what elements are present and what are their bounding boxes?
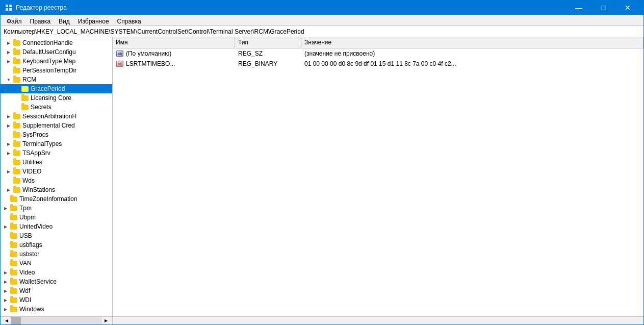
- expand-icon[interactable]: [2, 204, 10, 212]
- tree-item-tpm[interactable]: Tpm: [1, 204, 112, 213]
- folder-icon: [13, 168, 21, 175]
- table-row[interactable]: ab (По умолчанию) REG_SZ (значение не пр…: [113, 48, 643, 59]
- tree-item-keyboardtypemap[interactable]: KeyboardType Map: [1, 57, 112, 66]
- folder-icon: [10, 251, 18, 258]
- menu-favorites[interactable]: Избранное: [74, 16, 113, 24]
- expand-icon[interactable]: [2, 268, 10, 277]
- tree-label: PerSessionTempDir: [22, 67, 76, 74]
- tree-hscroll[interactable]: ◀ ▶: [1, 317, 113, 324]
- tree-label: usbstor: [19, 251, 39, 258]
- folder-icon: [21, 104, 29, 111]
- tree-label: WalletService: [19, 278, 57, 285]
- col-header-name[interactable]: Имя: [113, 37, 235, 48]
- tree-label: Video: [19, 269, 35, 276]
- folder-icon: [13, 122, 21, 129]
- tree-item-secrets[interactable]: Secrets: [1, 103, 112, 112]
- tree-item-persessiontempdir[interactable]: PerSessionTempDir: [1, 66, 112, 75]
- tree-label: TSAppSrv: [22, 149, 50, 157]
- expand-icon[interactable]: [2, 278, 10, 286]
- cell-value: 01 00 00 00 d0 8c 9d df 01 15 d1 11 8c 7…: [301, 59, 643, 68]
- tree-item-wdf[interactable]: Wdf: [1, 286, 112, 295]
- tree-label: Wds: [22, 177, 35, 184]
- scroll-right-btn[interactable]: ▶: [102, 317, 110, 325]
- col-header-type[interactable]: Тип: [235, 37, 301, 48]
- tree-item-walletservice[interactable]: WalletService: [1, 277, 112, 286]
- reg-binary-icon: 01: [116, 60, 124, 67]
- tree-panel[interactable]: ConnectionHandle DefaultUserConfigu Keyb…: [1, 37, 113, 316]
- expand-icon[interactable]: [5, 140, 13, 148]
- expand-icon[interactable]: [5, 167, 13, 176]
- maximize-button[interactable]: □: [591, 3, 615, 13]
- svg-rect-0: [6, 5, 8, 7]
- expand-icon[interactable]: [5, 121, 13, 130]
- tree-item-ubpm[interactable]: Ubpm: [1, 213, 112, 222]
- minimize-button[interactable]: —: [567, 3, 590, 13]
- folder-icon: [21, 94, 29, 102]
- scroll-thumb[interactable]: [11, 317, 21, 325]
- expand-icon[interactable]: [5, 149, 13, 157]
- tree-label: Licensing Core: [31, 94, 71, 102]
- folder-icon: [10, 214, 18, 221]
- scroll-left-btn[interactable]: ◀: [3, 317, 11, 325]
- tree-item-terminaltypes[interactable]: TerminalTypes: [1, 139, 112, 148]
- tree-label: WinStations: [22, 186, 55, 193]
- tree-label: TerminalTypes: [22, 140, 62, 147]
- table-header: Имя Тип Значение: [113, 37, 643, 48]
- tree-item-timezoneinformation[interactable]: TimeZoneInformation: [1, 194, 112, 204]
- tree-item-tsappsrv[interactable]: TSAppSrv: [1, 148, 112, 158]
- tree-item-usbstor[interactable]: usbstor: [1, 249, 112, 259]
- folder-icon: [10, 278, 18, 285]
- expand-icon[interactable]: [5, 48, 13, 56]
- tree-item-wdi[interactable]: WDI: [1, 295, 112, 305]
- tree-label: usbflags: [19, 241, 42, 248]
- table-row[interactable]: 01 LSRTMTIMEBO... REG_BINARY 01 00 00 00…: [113, 59, 643, 69]
- tree-item-licensingcore[interactable]: Licensing Core: [1, 93, 112, 103]
- menu-bar: Файл Правка Вид Избранное Справка: [1, 15, 643, 26]
- expand-icon[interactable]: [2, 287, 10, 295]
- tree-item-video2[interactable]: Video: [1, 268, 112, 277]
- tree-item-usb[interactable]: USB: [1, 231, 112, 240]
- tree-item-video[interactable]: VIDEO: [1, 167, 112, 176]
- expand-icon[interactable]: [5, 57, 13, 65]
- tree-label: Wdf: [19, 287, 30, 294]
- folder-icon: [13, 67, 21, 74]
- expand-icon[interactable]: [2, 305, 10, 313]
- tree-item-utilities[interactable]: Utilities: [1, 158, 112, 167]
- cell-type: REG_BINARY: [235, 59, 301, 68]
- menu-view[interactable]: Вид: [55, 16, 74, 24]
- tree-item-sysprocs[interactable]: SysProcs: [1, 130, 112, 139]
- tree-label: KeyboardType Map: [22, 58, 75, 65]
- tree-item-sessionarbitration[interactable]: SessionArbitrationH: [1, 112, 112, 121]
- tree-item-graceperiod[interactable]: GracePeriod: [1, 84, 112, 93]
- tree-item-unitedvideo[interactable]: UnitedVideo: [1, 222, 112, 231]
- menu-file[interactable]: Файл: [3, 16, 26, 24]
- svg-rect-1: [9, 5, 12, 7]
- expand-icon[interactable]: [2, 296, 10, 304]
- tree-item-windows[interactable]: Windows: [1, 305, 112, 314]
- menu-edit[interactable]: Правка: [26, 16, 55, 24]
- close-button[interactable]: ✕: [616, 3, 639, 13]
- folder-icon: [13, 131, 21, 138]
- app-icon: [5, 4, 13, 12]
- expand-icon[interactable]: [5, 76, 13, 84]
- expand-icon[interactable]: [5, 39, 13, 47]
- address-path[interactable]: Компьютер\HKEY_LOCAL_MACHINE\SYSTEM\Curr…: [4, 28, 304, 35]
- tree-label: Tpm: [19, 205, 32, 212]
- right-panel: Имя Тип Значение ab (По умолчанию) REG_S…: [113, 37, 643, 316]
- tree-label: WDI: [19, 296, 31, 304]
- tree-item-supplementalcred[interactable]: Supplemental Cred: [1, 121, 112, 130]
- tree-item-wds[interactable]: Wds: [1, 176, 112, 185]
- expand-icon[interactable]: [2, 222, 10, 231]
- tree-item-connectionhandle[interactable]: ConnectionHandle: [1, 38, 112, 47]
- tree-item-van[interactable]: VAN: [1, 259, 112, 268]
- folder-icon: [13, 186, 21, 193]
- tree-item-defaultuserconfig[interactable]: DefaultUserConfigu: [1, 47, 112, 57]
- scroll-track[interactable]: [11, 317, 102, 325]
- tree-item-winstations[interactable]: WinStations: [1, 185, 112, 194]
- menu-help[interactable]: Справка: [113, 16, 145, 24]
- tree-item-rcm[interactable]: RCM: [1, 75, 112, 84]
- tree-item-usbflags[interactable]: usbflags: [1, 240, 112, 249]
- expand-icon[interactable]: [5, 112, 13, 120]
- expand-icon[interactable]: [5, 186, 13, 194]
- col-header-value[interactable]: Значение: [301, 37, 643, 48]
